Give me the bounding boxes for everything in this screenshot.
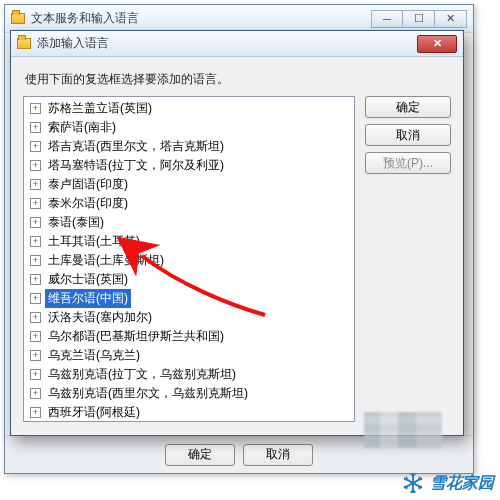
expand-icon[interactable]: + <box>30 103 41 114</box>
dialog-instruction: 使用下面的复选框选择要添加的语言。 <box>25 71 451 88</box>
parent-close-button[interactable]: ✕ <box>435 10 467 28</box>
tree-item[interactable]: +乌兹别克语(西里尔文，乌兹别克斯坦) <box>28 384 352 403</box>
watermark: 雪花家园 <box>402 472 494 494</box>
dialog-title: 添加输入语言 <box>37 35 109 52</box>
dialog-preview-button[interactable]: 预览(P)... <box>365 152 451 174</box>
tree-item-label[interactable]: 土库曼语(土库曼斯坦) <box>45 251 167 270</box>
minimize-button[interactable]: ─ <box>371 10 403 28</box>
tree-item[interactable]: +泰语(泰国) <box>28 213 352 232</box>
watermark-text: 雪花家园 <box>430 473 494 494</box>
expand-icon[interactable]: + <box>30 217 41 228</box>
tree-item-label[interactable]: 沃洛夫语(塞内加尔) <box>45 308 155 327</box>
tree-item[interactable]: +威尔士语(英国) <box>28 270 352 289</box>
tree-item[interactable]: +土耳其语(土耳其) <box>28 232 352 251</box>
expand-icon[interactable]: + <box>30 255 41 266</box>
tree-item[interactable]: +乌兹别克语(拉丁文，乌兹别克斯坦) <box>28 365 352 384</box>
add-input-language-dialog: 添加输入语言 ✕ 使用下面的复选框选择要添加的语言。 +苏格兰盖立语(英国)+索… <box>10 30 464 436</box>
expand-icon[interactable]: + <box>30 388 41 399</box>
expand-icon[interactable]: + <box>30 198 41 209</box>
tree-item-label[interactable]: 乌尔都语(巴基斯坦伊斯兰共和国) <box>45 327 227 346</box>
expand-icon[interactable]: + <box>30 179 41 190</box>
tree-item[interactable]: +土库曼语(土库曼斯坦) <box>28 251 352 270</box>
tree-item-label[interactable]: 乌兹别克语(拉丁文，乌兹别克斯坦) <box>45 365 239 384</box>
expand-icon[interactable]: + <box>30 331 41 342</box>
tree-item-label[interactable]: 泰语(泰国) <box>45 213 107 232</box>
expand-icon[interactable]: + <box>30 236 41 247</box>
tree-item-label[interactable]: 西班牙语(阿根廷) <box>45 403 143 422</box>
expand-icon[interactable]: + <box>30 312 41 323</box>
maximize-button[interactable]: ☐ <box>403 10 435 28</box>
snowflake-icon <box>402 472 424 494</box>
language-list: +苏格兰盖立语(英国)+索萨语(南非)+塔吉克语(西里尔文，塔吉克斯坦)+塔马塞… <box>24 97 354 422</box>
dialog-close-button[interactable]: ✕ <box>417 35 457 53</box>
expand-icon[interactable]: + <box>30 160 41 171</box>
window-buttons: ─ ☐ ✕ <box>371 10 467 28</box>
tree-item[interactable]: +泰卢固语(印度) <box>28 175 352 194</box>
tree-item[interactable]: +维吾尔语(中国) <box>28 289 352 308</box>
parent-window-title: 文本服务和输入语言 <box>31 10 139 27</box>
dialog-body: 使用下面的复选框选择要添加的语言。 +苏格兰盖立语(英国)+索萨语(南非)+塔吉… <box>11 57 463 435</box>
tree-item-label[interactable]: 塔吉克语(西里尔文，塔吉克斯坦) <box>45 137 227 156</box>
expand-icon[interactable]: + <box>30 293 41 304</box>
tree-item[interactable]: +塔吉克语(西里尔文，塔吉克斯坦) <box>28 137 352 156</box>
tree-item-label[interactable]: 威尔士语(英国) <box>45 270 131 289</box>
dialog-cancel-button[interactable]: 取消 <box>365 124 451 146</box>
tree-item-label[interactable]: 索萨语(南非) <box>45 118 119 137</box>
dialog-ok-button[interactable]: 确定 <box>365 96 451 118</box>
parent-cancel-button[interactable]: 取消 <box>243 444 313 466</box>
tree-item-label[interactable]: 乌克兰语(乌克兰) <box>45 346 143 365</box>
tree-item-label[interactable]: 苏格兰盖立语(英国) <box>45 99 155 118</box>
parent-titlebar: 文本服务和输入语言 ─ ☐ ✕ <box>5 5 473 33</box>
tree-item-label[interactable]: 塔马塞特语(拉丁文，阿尔及利亚) <box>45 156 227 175</box>
tree-item[interactable]: +乌克兰语(乌克兰) <box>28 346 352 365</box>
dialog-titlebar: 添加输入语言 ✕ <box>11 31 463 57</box>
expand-icon[interactable]: + <box>30 369 41 380</box>
expand-icon[interactable]: + <box>30 350 41 361</box>
tree-item[interactable]: +塔马塞特语(拉丁文，阿尔及利亚) <box>28 156 352 175</box>
language-tree[interactable]: +苏格兰盖立语(英国)+索萨语(南非)+塔吉克语(西里尔文，塔吉克斯坦)+塔马塞… <box>23 96 355 422</box>
tree-item-label[interactable]: 泰米尔语(印度) <box>45 194 131 213</box>
tree-item[interactable]: +沃洛夫语(塞内加尔) <box>28 308 352 327</box>
tree-item-label[interactable]: 维吾尔语(中国) <box>45 289 131 308</box>
parent-ok-button[interactable]: 确定 <box>165 444 235 466</box>
expand-icon[interactable]: + <box>30 141 41 152</box>
tree-item-label[interactable]: 乌兹别克语(西里尔文，乌兹别克斯坦) <box>45 384 251 403</box>
dialog-content: +苏格兰盖立语(英国)+索萨语(南非)+塔吉克语(西里尔文，塔吉克斯坦)+塔马塞… <box>23 96 451 422</box>
folder-icon <box>11 13 25 24</box>
expand-icon[interactable]: + <box>30 407 41 418</box>
dialog-side-buttons: 确定 取消 预览(P)... <box>365 96 451 422</box>
folder-icon <box>17 38 31 49</box>
redaction-block <box>364 412 442 448</box>
tree-item-label[interactable]: 泰卢固语(印度) <box>45 175 131 194</box>
expand-icon[interactable]: + <box>30 274 41 285</box>
tree-item[interactable]: +泰米尔语(印度) <box>28 194 352 213</box>
tree-item[interactable]: +索萨语(南非) <box>28 118 352 137</box>
tree-item-label[interactable]: 土耳其语(土耳其) <box>45 232 143 251</box>
expand-icon[interactable]: + <box>30 122 41 133</box>
tree-item[interactable]: +苏格兰盖立语(英国) <box>28 99 352 118</box>
tree-item[interactable]: +乌尔都语(巴基斯坦伊斯兰共和国) <box>28 327 352 346</box>
tree-item[interactable]: +西班牙语(阿根廷) <box>28 403 352 422</box>
